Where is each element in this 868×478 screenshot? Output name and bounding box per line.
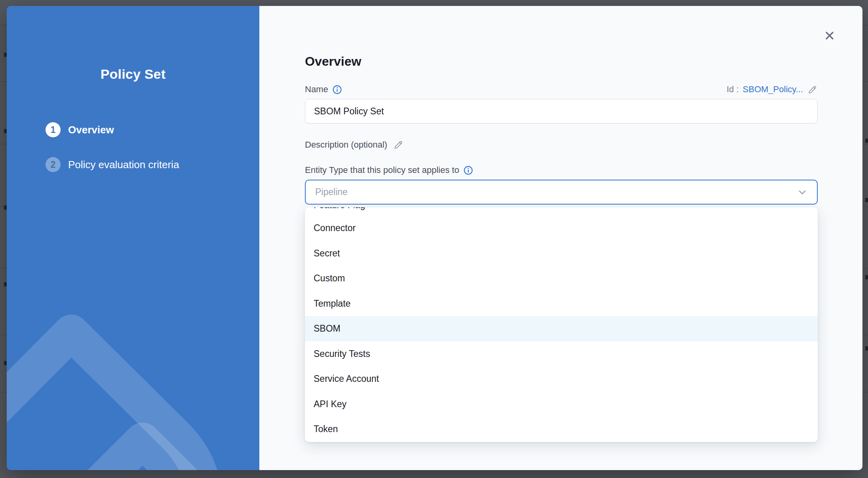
entity-label-group: Entity Type that this policy set applies… [305, 165, 473, 175]
step-1-badge: 1 [46, 122, 61, 137]
backdrop-artifact [4, 361, 7, 365]
entity-type-dropdown: Feature Flag ConnectorSecretCustomTempla… [305, 207, 818, 442]
entity-id-group: Id : SBOM_Policy... [727, 84, 818, 95]
step-overview[interactable]: 1 Overview [46, 122, 179, 138]
dropdown-option-token[interactable]: Token [305, 417, 818, 442]
name-id-row: Name Id : SBOM_Policy... [305, 81, 818, 98]
dropdown-option-sbom[interactable]: SBOM [305, 316, 818, 341]
id-link[interactable]: SBOM_Policy... [743, 84, 803, 95]
name-label-group: Name [305, 84, 342, 95]
step-2-label: Policy evaluation criteria [68, 159, 179, 171]
policy-set-modal: Policy Set 1 Overview 2 Policy evaluatio… [7, 6, 862, 470]
dropdown-option-api-key[interactable]: API Key [305, 392, 818, 417]
backdrop-artifact [865, 275, 868, 279]
dropdown-option-secret[interactable]: Secret [305, 241, 818, 266]
dropdown-option-security-tests[interactable]: Security Tests [305, 341, 818, 367]
backdrop-artifact [4, 282, 7, 286]
dropdown-option-connector[interactable]: Connector [305, 216, 818, 241]
entity-dropdown-list: ConnectorSecretCustomTemplateSBOMSecurit… [305, 216, 818, 442]
dropdown-option-custom[interactable]: Custom [305, 266, 818, 291]
dropdown-option-clipped-label: Feature Flag [314, 207, 818, 211]
pencil-icon[interactable] [807, 84, 818, 95]
step-1-label: Overview [68, 124, 114, 136]
info-icon[interactable] [463, 165, 473, 175]
entity-type-label: Entity Type that this policy set applies… [305, 165, 459, 175]
pencil-icon[interactable] [393, 139, 404, 150]
entity-type-row: Entity Type that this policy set applies… [305, 163, 818, 177]
backdrop-artifact [4, 53, 7, 57]
screen: Policy Set 1 Overview 2 Policy evaluatio… [0, 0, 868, 478]
backdrop-artifact [4, 129, 7, 133]
step-2-badge: 2 [46, 157, 61, 172]
backdrop-artifact [865, 198, 868, 202]
description-label: Description (optional) [305, 140, 387, 150]
info-icon[interactable] [332, 85, 342, 95]
id-prefix: Id : [727, 84, 739, 95]
name-input-value: SBOM Policy Set [314, 106, 384, 117]
entity-type-select[interactable]: Pipeline [305, 180, 818, 205]
dropdown-option-clipped[interactable]: Feature Flag [305, 207, 818, 216]
backdrop-artifact [865, 138, 868, 143]
dropdown-option-template[interactable]: Template [305, 291, 818, 317]
wizard-sidebar: Policy Set 1 Overview 2 Policy evaluatio… [7, 6, 259, 470]
chevron-down-icon [797, 187, 807, 197]
step-policy-evaluation-criteria[interactable]: 2 Policy evaluation criteria [46, 157, 179, 173]
backdrop-artifact [865, 346, 868, 351]
close-icon [823, 29, 836, 42]
description-row: Description (optional) [305, 138, 818, 152]
close-button[interactable] [821, 27, 838, 44]
backdrop-artifact [4, 205, 7, 210]
select-placeholder: Pipeline [315, 187, 797, 197]
dropdown-option-service-account[interactable]: Service Account [305, 366, 818, 392]
panel-heading: Overview [305, 54, 361, 69]
wizard-title: Policy Set [7, 66, 259, 82]
name-input[interactable]: SBOM Policy Set [305, 99, 818, 123]
name-label: Name [305, 84, 328, 95]
overview-panel: Overview Name Id : SBOM_Policy... [259, 6, 862, 470]
wizard-steps: 1 Overview 2 Policy evaluation criteria [46, 122, 179, 192]
